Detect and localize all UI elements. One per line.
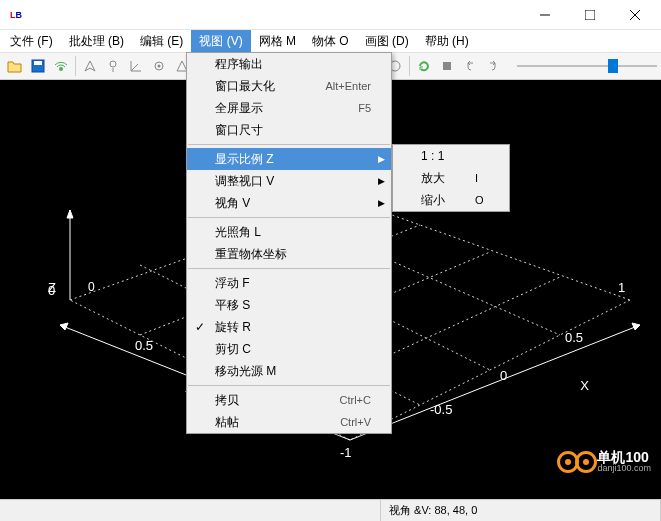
menu-mesh[interactable]: 网格 M xyxy=(251,30,304,53)
status-bar: 视角 &V: 88, 48, 0 xyxy=(0,499,661,521)
zoom-slider[interactable] xyxy=(517,56,657,76)
watermark-url: danji100.com xyxy=(597,464,651,473)
tick: 0.5 xyxy=(135,338,153,353)
tool-gear-icon[interactable] xyxy=(148,55,170,77)
menu-item-adjust-viewport[interactable]: 调整视口 V▶ xyxy=(187,170,391,192)
zoom-in[interactable]: 放大I xyxy=(393,167,509,189)
svg-point-6 xyxy=(59,67,63,71)
status-left xyxy=(0,500,381,521)
menu-object[interactable]: 物体 O xyxy=(304,30,357,53)
view-dropdown: 程序输出 窗口最大化Alt+Enter 全屏显示F5 窗口尺寸 显示比例 Z▶ … xyxy=(186,52,392,434)
menu-help[interactable]: 帮助 (H) xyxy=(417,30,477,53)
check-icon: ✓ xyxy=(195,320,205,334)
submenu-arrow-icon: ▶ xyxy=(378,198,385,208)
svg-line-11 xyxy=(131,64,138,71)
menu-item-pan[interactable]: 平移 S xyxy=(187,294,391,316)
svg-line-24 xyxy=(350,300,630,440)
tick: 0 xyxy=(48,283,55,298)
menu-item-rotate[interactable]: ✓旋转 R xyxy=(187,316,391,338)
svg-line-32 xyxy=(350,325,640,440)
menu-item-lightangle[interactable]: 光照角 L xyxy=(187,221,391,243)
tick: 1 xyxy=(618,280,625,295)
tool-light-icon[interactable] xyxy=(102,55,124,77)
redo-icon[interactable] xyxy=(482,55,504,77)
svg-rect-21 xyxy=(443,62,451,70)
tick: 0 xyxy=(88,280,95,294)
tick: 0.5 xyxy=(565,330,583,345)
watermark-title: 单机100 xyxy=(597,450,651,464)
svg-point-13 xyxy=(158,65,161,68)
minimize-button[interactable] xyxy=(522,0,567,30)
menu-item-movelight[interactable]: 移动光源 M xyxy=(187,360,391,382)
menu-item-fullscreen[interactable]: 全屏显示F5 xyxy=(187,97,391,119)
maximize-button[interactable] xyxy=(567,0,612,30)
tick: -0.5 xyxy=(430,402,452,417)
close-button[interactable] xyxy=(612,0,657,30)
tick: 0 xyxy=(500,368,507,383)
watermark-logo-icon xyxy=(557,451,593,473)
undo-icon[interactable] xyxy=(459,55,481,77)
menu-file[interactable]: 文件 (F) xyxy=(2,30,61,53)
submenu-arrow-icon: ▶ xyxy=(378,176,385,186)
slider-thumb-icon[interactable] xyxy=(608,59,618,73)
menu-bar: 文件 (F) 批处理 (B) 编辑 (E) 视图 (V) 网格 M 物体 O 画… xyxy=(0,30,661,52)
zoom-1to1[interactable]: 1 : 1 xyxy=(393,145,509,167)
app-logo-icon: LB xyxy=(8,7,24,23)
submenu-arrow-icon: ▶ xyxy=(378,154,385,164)
menu-item-float[interactable]: 浮动 F xyxy=(187,272,391,294)
menu-item-clip[interactable]: 剪切 C xyxy=(187,338,391,360)
menu-item-maximize[interactable]: 窗口最大化Alt+Enter xyxy=(187,75,391,97)
menu-item-resetcoords[interactable]: 重置物体坐标 xyxy=(187,243,391,265)
menu-item-zoom[interactable]: 显示比例 Z▶ xyxy=(187,148,391,170)
watermark: 单机100 danji100.com xyxy=(557,450,651,473)
stop-icon[interactable] xyxy=(436,55,458,77)
menu-view[interactable]: 视图 (V) xyxy=(191,30,250,53)
menu-item-output[interactable]: 程序输出 xyxy=(187,53,391,75)
svg-line-23 xyxy=(350,200,630,300)
zoom-out[interactable]: 缩小O xyxy=(393,189,509,211)
status-viewangle: 视角 &V: 88, 48, 0 xyxy=(381,500,661,521)
menu-batch[interactable]: 批处理 (B) xyxy=(61,30,132,53)
broadcast-icon[interactable] xyxy=(50,55,72,77)
menu-draw[interactable]: 画图 (D) xyxy=(357,30,417,53)
svg-rect-5 xyxy=(34,61,42,65)
menu-item-paste[interactable]: 粘帖Ctrl+V xyxy=(187,411,391,433)
tool-axes-icon[interactable] xyxy=(125,55,147,77)
menu-item-copy[interactable]: 拷贝Ctrl+C xyxy=(187,389,391,411)
tool-arrow-icon[interactable] xyxy=(79,55,101,77)
svg-rect-1 xyxy=(585,10,595,20)
menu-edit[interactable]: 编辑 (E) xyxy=(132,30,191,53)
menu-item-winsize[interactable]: 窗口尺寸 xyxy=(187,119,391,141)
save-icon[interactable] xyxy=(27,55,49,77)
title-bar: LB xyxy=(0,0,661,30)
svg-point-7 xyxy=(110,61,116,67)
zoom-submenu: 1 : 1 放大I 缩小O xyxy=(392,144,510,212)
tick: -1 xyxy=(340,445,352,460)
open-icon[interactable] xyxy=(4,55,26,77)
refresh-icon[interactable] xyxy=(413,55,435,77)
menu-item-viewangle[interactable]: 视角 V▶ xyxy=(187,192,391,214)
axis-x-label: X xyxy=(580,378,589,393)
